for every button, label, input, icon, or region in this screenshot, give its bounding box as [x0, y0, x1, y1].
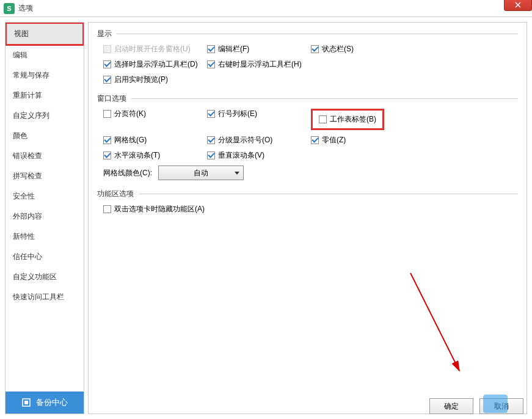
sidebar-item-label: 安全性	[13, 192, 35, 200]
checkbox-preview[interactable]: 启用实时预览(P)	[103, 75, 207, 85]
checkbox-editbar[interactable]: 编辑栏(F)	[207, 44, 311, 54]
checkbox-pagebreak[interactable]: 分页符(K)	[103, 109, 207, 119]
sidebar-item-custom-ribbon[interactable]: 自定义功能区	[5, 267, 84, 287]
checkbox-icon	[207, 151, 215, 159]
section-divider	[117, 34, 518, 34]
checkbox-statusbar[interactable]: 状态栏(S)	[311, 44, 415, 54]
section-window: 窗口选项 分页符(K) 行号列标(E)	[97, 93, 518, 180]
checkbox-doubleclick-hide[interactable]: 双击选项卡时隐藏功能区(A)	[103, 204, 238, 214]
sidebar-item-label: 外部内容	[13, 212, 42, 220]
sidebar-item-color[interactable]: 颜色	[5, 126, 84, 146]
checkbox-label: 分页符(K)	[114, 109, 146, 119]
checkbox-toolbar-select[interactable]: 选择时显示浮动工具栏(D)	[103, 59, 207, 70]
sidebar-item-security[interactable]: 安全性	[5, 186, 84, 206]
sidebar-item-label: 拼写检查	[13, 172, 42, 180]
checkbox-label: 零值(Z)	[322, 135, 346, 145]
sidebar-item-error-check[interactable]: 错误检查	[5, 146, 84, 166]
sidebar-item-label: 错误检查	[13, 151, 42, 160]
section-divider	[139, 194, 518, 194]
window-title: 选项	[18, 3, 33, 13]
checkbox-icon	[311, 45, 319, 53]
checkbox-label: 双击选项卡时隐藏功能区(A)	[114, 204, 205, 214]
app-icon: S	[4, 3, 15, 14]
sidebar-item-label: 常规与保存	[13, 71, 49, 79]
checkbox-icon	[103, 76, 111, 84]
sidebar-item-edit[interactable]: 编辑	[5, 45, 84, 65]
grid-color-label: 网格线颜色(C):	[103, 168, 152, 178]
checkbox-label: 编辑栏(F)	[218, 44, 249, 54]
checkbox-hscroll[interactable]: 水平滚动条(T)	[103, 150, 207, 161]
sidebar-item-label: 编辑	[13, 51, 27, 59]
checkbox-icon	[311, 136, 319, 144]
cancel-button[interactable]: 取消	[479, 398, 523, 414]
checkbox-icon	[319, 115, 327, 123]
checkbox-label: 行号列标(E)	[218, 109, 257, 119]
svg-line-3	[410, 273, 459, 371]
checkbox-label: 状态栏(S)	[322, 44, 354, 54]
backup-center-button[interactable]: 备份中心	[5, 392, 84, 414]
checkbox-label: 工作表标签(B)	[330, 114, 376, 125]
grid-color-dropdown[interactable]: 自动	[158, 166, 244, 180]
checkbox-vscroll[interactable]: 垂直滚动条(V)	[207, 150, 311, 161]
checkbox-icon	[103, 60, 111, 68]
sidebar-item-label: 重新计算	[13, 91, 42, 100]
sidebar: 视图 编辑 常规与保存 重新计算 自定义序列 颜色 错误检查 拼写检查	[5, 22, 84, 414]
checkbox-rowcol[interactable]: 行号列标(E)	[207, 109, 311, 119]
checkbox-label: 网格线(G)	[114, 135, 147, 145]
chevron-down-icon	[235, 172, 239, 175]
checkbox-zero[interactable]: 零值(Z)	[311, 135, 415, 145]
sidebar-item-custom-sort[interactable]: 自定义序列	[5, 106, 84, 126]
sidebar-item-view[interactable]: 视图	[7, 24, 82, 44]
content-panel: 显示 启动时展开任务窗格(U) 编辑栏(F)	[88, 22, 527, 414]
checkbox-label: 分级显示符号(O)	[218, 135, 272, 145]
annotation-arrow	[398, 267, 472, 377]
sidebar-item-trust-center[interactable]: 信任中心	[5, 247, 84, 267]
section-ribbon: 功能区选项 双击选项卡时隐藏功能区(A)	[97, 189, 518, 214]
sidebar-item-label: 快速访问工具栏	[13, 293, 64, 301]
sidebar-item-new-features[interactable]: 新特性	[5, 227, 84, 247]
close-icon	[515, 2, 521, 8]
dropdown-value: 自动	[194, 168, 208, 178]
checkbox-icon	[103, 205, 111, 213]
checkbox-sheettab[interactable]: 工作表标签(B)	[319, 114, 376, 125]
section-display: 显示 启动时展开任务窗格(U) 编辑栏(F)	[97, 29, 518, 85]
checkbox-icon	[103, 136, 111, 144]
sidebar-item-label: 视图	[14, 29, 29, 38]
section-title: 窗口选项	[97, 93, 126, 104]
sidebar-item-quick-access[interactable]: 快速访问工具栏	[5, 287, 84, 307]
section-title: 功能区选项	[97, 189, 134, 199]
checkbox-icon	[207, 136, 215, 144]
sidebar-item-general-save[interactable]: 常规与保存	[5, 65, 84, 86]
sidebar-item-label: 信任中心	[13, 252, 42, 261]
sidebar-item-label: 自定义功能区	[13, 272, 57, 281]
sidebar-item-recalc[interactable]: 重新计算	[5, 86, 84, 106]
sidebar-item-external[interactable]: 外部内容	[5, 206, 84, 227]
backup-icon	[21, 398, 31, 407]
checkbox-icon	[103, 45, 111, 53]
checkbox-label: 启用实时预览(P)	[114, 75, 168, 85]
checkbox-startup-pane: 启动时展开任务窗格(U)	[103, 44, 207, 54]
dialog-footer: 确定 取消	[429, 398, 523, 414]
svg-rect-1	[24, 401, 28, 404]
sidebar-list: 视图 编辑 常规与保存 重新计算 自定义序列 颜色 错误检查 拼写检查	[5, 23, 84, 392]
backup-label: 备份中心	[36, 397, 68, 408]
checkbox-label: 右键时显示浮动工具栏(H)	[218, 59, 302, 70]
sidebar-item-label: 新特性	[13, 232, 35, 241]
checkbox-toolbar-right[interactable]: 右键时显示浮动工具栏(H)	[207, 59, 311, 70]
checkbox-outline[interactable]: 分级显示符号(O)	[207, 135, 311, 145]
close-button[interactable]	[504, 0, 532, 11]
checkbox-icon	[207, 110, 215, 118]
ok-button[interactable]: 确定	[429, 398, 473, 414]
section-divider	[131, 98, 518, 99]
checkbox-gridlines[interactable]: 网格线(G)	[103, 135, 207, 145]
checkbox-label: 启动时展开任务窗格(U)	[114, 44, 191, 54]
sidebar-item-spell-check[interactable]: 拼写检查	[5, 166, 84, 186]
section-title: 显示	[97, 29, 112, 39]
checkbox-icon	[207, 60, 215, 68]
sidebar-item-label: 自定义序列	[13, 111, 49, 120]
checkbox-icon	[103, 151, 111, 159]
title-bar: S 选项	[0, 0, 532, 17]
checkbox-label: 选择时显示浮动工具栏(D)	[114, 59, 198, 70]
checkbox-label: 水平滚动条(T)	[114, 150, 160, 161]
checkbox-icon	[103, 110, 111, 118]
